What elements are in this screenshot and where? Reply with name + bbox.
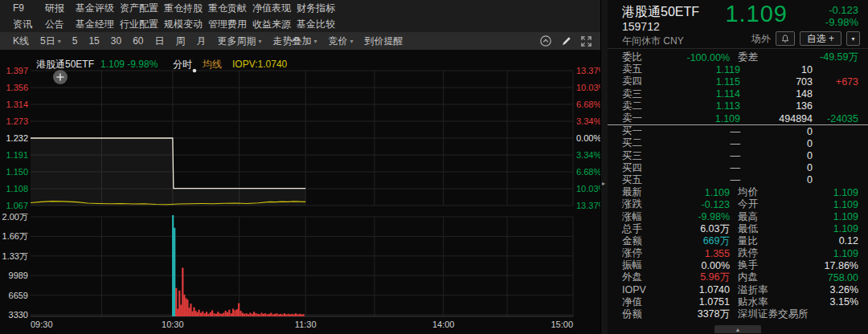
chart-zoom-in-icon[interactable] [53, 70, 68, 84]
draw-tools-icon[interactable] [560, 35, 572, 47]
toolbar-item-月[interactable]: 月 [196, 35, 206, 48]
volume-bar [213, 313, 215, 316]
chart-legend-item[interactable]: IOPV:1.0740 [232, 59, 288, 70]
time-axis-label: 14:00 [432, 320, 455, 329]
time-axis-label: 11:30 [295, 320, 317, 329]
order-book-row-卖二: 卖二1.113136 [608, 100, 868, 112]
order-book-row-买四: 买四—0 [608, 162, 868, 174]
volume-bar [227, 312, 228, 316]
menu-item-净值表现[interactable]: 净值表现 [252, 0, 297, 16]
toolbar-item-走势叠加[interactable]: 走势叠加▾ [273, 35, 317, 48]
menu-item-研报[interactable]: 研报 [45, 0, 76, 16]
menu-item-管理费用[interactable]: 管理费用 [208, 16, 252, 32]
volume-bar [264, 313, 266, 316]
menu-item-基金评级[interactable]: 基金评级 [76, 0, 120, 16]
chart-legend-item[interactable]: 港股通50ETF [36, 59, 94, 70]
menu-item-收益来源[interactable]: 收益来源 [252, 16, 297, 32]
stat-value: 1.109 [783, 211, 858, 222]
stat-value: 758.00 [783, 272, 858, 283]
stat-row-总手: 总手6.03万最低1.109 [608, 223, 868, 235]
percent-axis-label: 6.68% [576, 100, 600, 109]
toolbar-item-竞价[interactable]: 竞价▾ [329, 35, 354, 48]
volume-bar [301, 314, 302, 316]
volume-bar [225, 311, 227, 316]
menu-item-重仓持股[interactable]: 重仓持股 [164, 0, 208, 16]
volume-bar [219, 313, 220, 316]
toolbar-item-5[interactable]: 5 [72, 35, 78, 48]
stat-value: 0.00% [654, 260, 730, 271]
toolbar-item-15[interactable]: 15 [88, 35, 99, 48]
stat-value: 0.12 [783, 235, 858, 246]
menu-item-资讯[interactable]: 资讯 [13, 16, 45, 32]
chart-legend-item[interactable]: 均线 [202, 59, 222, 70]
volume-bar [188, 308, 190, 316]
toolbar-item-周[interactable]: 周 [175, 35, 185, 48]
menu-item-规模变动[interactable]: 规模变动 [164, 16, 208, 32]
stat-row-涨跌: 涨跌-0.123今开1.109 [608, 198, 868, 210]
stat-value: 17.86% [783, 260, 858, 271]
menu-item-F9[interactable]: F9 [13, 0, 45, 16]
volume-bar [211, 310, 213, 316]
toolbar-icons [539, 32, 592, 50]
volume-bar [252, 314, 253, 316]
volume-bar [248, 314, 249, 316]
quote-panel: 港股通50ETF 159712 午间休市 CNY 1.109 -0.123 -9… [608, 0, 868, 334]
collapse-circle-icon[interactable] [539, 35, 552, 47]
book-price: 1.114 [654, 88, 740, 100]
book-price: 1.119 [654, 64, 740, 75]
splitter-arrow-icon[interactable]: ▸ [602, 180, 605, 187]
menu-item-行业配置[interactable]: 行业配置 [120, 16, 164, 32]
toolbar-item-60[interactable]: 60 [133, 35, 143, 48]
volume-bar [204, 313, 206, 316]
stat-value: -0.123 [654, 199, 730, 210]
menu-item-基金比较[interactable]: 基金比较 [297, 16, 341, 32]
alert-bell-button[interactable] [776, 31, 795, 46]
menu-item-资产配置[interactable]: 资产配置 [120, 0, 164, 16]
toolbar-item-更多周期[interactable]: 更多周期▾ [217, 35, 261, 48]
chart-legend-item[interactable]: 分时 [173, 59, 192, 70]
volume-bar [234, 310, 235, 316]
volume-bar [253, 312, 255, 316]
volume-bar [263, 314, 264, 316]
volume-bar [255, 313, 256, 316]
menu-item-基金经理[interactable]: 基金经理 [76, 16, 120, 32]
volume-bar [280, 314, 281, 316]
toolbar-item-日[interactable]: 日 [154, 35, 164, 48]
book-volume: 494894 [740, 113, 813, 124]
watchlist-dropdown-button[interactable]: ▾ [846, 31, 860, 46]
order-book-row-买一: 买一—0 [608, 125, 868, 137]
volume-bar [267, 314, 268, 316]
change-value: -0.123 [825, 4, 858, 16]
intraday-chart[interactable]: 1.39713.37%1.35610.03%1.3146.68%1.2733.3… [0, 50, 600, 334]
trading-app-window: F9研报基金评级资产配置重仓持股重仓贡献净值表现财务指标 资讯公告基金经理行业配… [0, 0, 868, 334]
menu-item-公告[interactable]: 公告 [45, 16, 76, 32]
volume-bar [238, 303, 240, 316]
quote-header: 港股通50ETF 159712 午间休市 CNY 1.109 -0.123 -9… [608, 0, 868, 49]
book-price: — [654, 162, 740, 173]
toolbar-item-K线[interactable]: K线 [13, 35, 29, 48]
volume-bar [281, 314, 283, 316]
chart-legend-item[interactable]: 1.109 -9.98% [100, 59, 158, 70]
toolbar-item-5日[interactable]: 5日▾ [40, 35, 61, 48]
menu-item-重仓贡献[interactable]: 重仓贡献 [208, 0, 252, 16]
menu-item-财务指标[interactable]: 财务指标 [297, 0, 341, 16]
volume-bar [289, 314, 291, 316]
stat-value: 3.15% [783, 296, 858, 308]
toolbar-item-30[interactable]: 30 [111, 35, 121, 48]
fullscreen-icon[interactable] [580, 35, 592, 47]
order-book-row-卖五: 卖五1.11910 [608, 63, 868, 75]
stat-value: 3.26% [783, 284, 858, 295]
stat-row-金额: 金额669万量比0.12 [608, 235, 868, 247]
book-volume: 0 [740, 126, 813, 137]
volume-bar [228, 310, 230, 316]
panel-collapse-tab[interactable]: ▲ [714, 325, 761, 333]
toolbar-item-到价提醒[interactable]: 到价提醒 [365, 35, 403, 48]
volume-bar [178, 291, 180, 316]
book-volume: 703 [740, 76, 813, 88]
volume-bar [183, 295, 185, 316]
panel-splitter[interactable]: ▸ [600, 0, 608, 334]
stat-row-涨停: 涨停1.355跌停1.109 [608, 247, 868, 259]
volume-bar [249, 313, 251, 316]
add-watchlist-button[interactable]: 自选 + [800, 31, 841, 46]
book-price: 1.113 [654, 100, 740, 112]
